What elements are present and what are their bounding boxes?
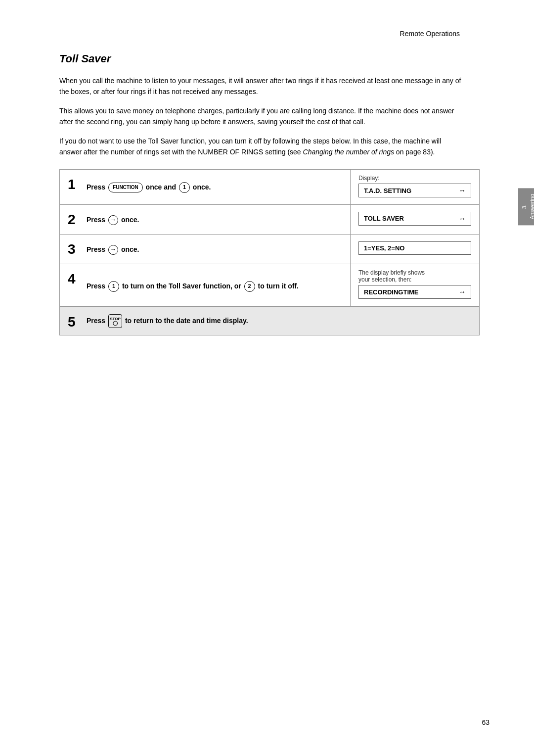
side-tab-number: 3. — [521, 204, 527, 209]
step-4-display-text: RECORDINGTIME — [364, 288, 419, 296]
step-4-left: 4 Press 1 to turn on the Toll Saver func… — [60, 264, 351, 306]
step-1-display-label: Display: — [358, 175, 471, 182]
function-button[interactable]: FUNCTION — [108, 183, 143, 192]
step-1-arrow: ↔ — [459, 187, 466, 194]
step-3-right: 1=YES, 2=NO — [351, 235, 479, 264]
step-1-number: 1 — [68, 176, 83, 191]
two-button-4[interactable]: 2 — [244, 281, 255, 292]
page-number: 63 — [482, 718, 490, 726]
paragraph3-italic: Changing the number of rings — [303, 148, 394, 156]
step-2-content: Press → once. — [87, 214, 139, 225]
step-4-content: Press 1 to turn on the Toll Saver functi… — [87, 279, 299, 292]
step-1-content: Press FUNCTION once and 1 once. — [87, 182, 211, 193]
steps-wrapper: 1 Press FUNCTION once and 1 once. Displa… — [59, 169, 480, 335]
step-4-arrow: ↔ — [459, 288, 466, 296]
step-2-left: 2 Press → once. — [60, 205, 351, 234]
step-2-right: TOLL SAVER ↔ — [351, 205, 479, 234]
arrow-button-3[interactable]: → — [108, 245, 118, 255]
step-5-number: 5 — [68, 313, 83, 329]
step-1-display-text: T.A.D. SETTING — [364, 187, 411, 194]
step-2-arrow: ↔ — [459, 215, 466, 223]
paragraph1: When you call the machine to listen to y… — [59, 75, 465, 97]
step-row-4: 4 Press 1 to turn on the Toll Saver func… — [60, 264, 479, 306]
stop-button[interactable]: STOP◯ — [108, 314, 122, 328]
one-button[interactable]: 1 — [179, 182, 190, 193]
step-row-1: 1 Press FUNCTION once and 1 once. Displa… — [60, 170, 479, 205]
step-4-right: The display briefly showsyour selection,… — [351, 264, 479, 306]
step-2-number: 2 — [68, 211, 83, 227]
step-3-content: Press → once. — [87, 244, 139, 255]
step-row-2: 2 Press → once. TOLL SAVER ↔ — [60, 205, 479, 235]
section-title: Toll Saver — [59, 52, 490, 65]
step-5-content: Press STOP◯ to return to the date and ti… — [87, 314, 248, 328]
header-section: Remote Operations — [59, 30, 490, 38]
paragraph3-part2: on page 83). — [394, 148, 435, 156]
step-row-3: 3 Press → once. 1=YES, 2=NO — [60, 235, 479, 264]
header-title: Remote Operations — [400, 30, 460, 38]
step-4-display-box: RECORDINGTIME ↔ — [358, 285, 471, 299]
one-button-4[interactable]: 1 — [108, 281, 119, 292]
step-1-display-box: T.A.D. SETTING ↔ — [358, 184, 471, 197]
step-1-left: 1 Press FUNCTION once and 1 once. — [60, 170, 351, 204]
paragraph2: This allows you to save money on telepho… — [59, 105, 465, 128]
step-4-display-desc: The display briefly showsyour selection,… — [358, 269, 471, 283]
step-row-5: 5 Press STOP◯ to return to the date and … — [60, 307, 479, 335]
step-2-display-box: TOLL SAVER ↔ — [358, 212, 471, 226]
step-4-number: 4 — [68, 270, 83, 286]
page-container: Remote Operations Toll Saver When you ca… — [0, 0, 534, 756]
step-3-display-box: 1=YES, 2=NO — [358, 241, 471, 255]
side-tab: 3. Answering Machine — [518, 188, 534, 225]
step-2-display-text: TOLL SAVER — [364, 215, 404, 222]
arrow-button-2[interactable]: → — [108, 215, 118, 225]
step-1-right: Display: T.A.D. SETTING ↔ — [351, 170, 479, 204]
step-3-number: 3 — [68, 240, 83, 256]
step-5-outer: 5 Press STOP◯ to return to the date and … — [60, 306, 479, 335]
step-3-display-text: 1=YES, 2=NO — [364, 244, 404, 252]
paragraph3: If you do not want to use the Toll Saver… — [59, 136, 465, 158]
side-tab-label1: Answering — [529, 194, 534, 219]
step-3-left: 3 Press → once. — [60, 235, 351, 264]
